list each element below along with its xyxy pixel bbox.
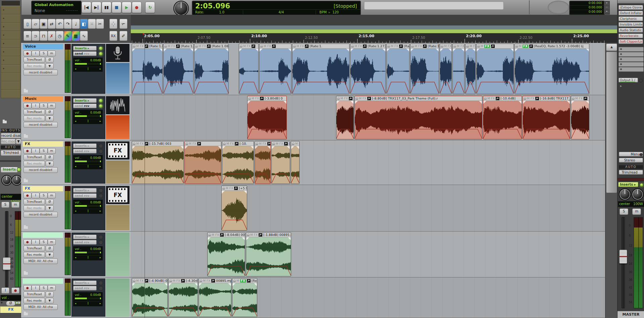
crossfade-icon[interactable]: ✂ [96,19,104,29]
clip-mute-flag[interactable]: M [226,187,228,190]
automation-mode-button[interactable]: Trim/Read [23,154,45,160]
clip-mute-flag[interactable]: M [264,45,266,48]
clip-mute-flag[interactable]: M [259,142,262,145]
clip-mute-flag[interactable]: M [276,142,278,145]
clip-header[interactable]: MFX[Rate:1. [164,44,193,49]
fx-empty-slot[interactable] [619,47,644,52]
selection-time-displays[interactable]: 0:00.0000:00.0000:00.000 [569,1,605,15]
clip-header[interactable]: MFX [255,141,270,146]
fade-out-handle[interactable] [159,49,162,52]
ruler-label-minor[interactable]: 2:07.50 [198,36,210,40]
envelope-icon[interactable] [399,45,403,48]
lock-icon[interactable] [387,45,390,48]
clip-header[interactable]: MFX[Rate:1.273] L [351,44,385,49]
clip-mute-flag[interactable]: M [250,233,253,237]
audio-clip[interactable]: MFX [239,44,259,94]
clip-fx-flag[interactable]: FX [140,142,144,145]
master-mute-button[interactable]: m [632,208,641,215]
clip-fx-flag[interactable]: FX [344,97,348,100]
inserts-button[interactable]: Inserts ▸ [73,98,97,103]
envelope-icon[interactable] [181,279,185,282]
pan-strip[interactable]: ◂▸ [75,255,101,259]
routing-icon[interactable]: ✃ [119,19,127,29]
mute-button[interactable]: m [48,148,56,154]
volume-slider[interactable] [75,161,101,162]
clip-fx-flag[interactable]: FX [363,97,366,100]
fade-in-handle[interactable] [440,49,443,52]
audio-clip[interactable]: MFX[Rate:1.04: [132,44,163,94]
lock-icon[interactable] [272,142,275,145]
new-project-icon[interactable]: ▯ [23,19,32,29]
clip-mute-flag[interactable]: M [415,45,417,48]
lock-icon[interactable] [247,234,249,236]
fade-out-handle[interactable] [511,49,514,52]
envelope-icon[interactable] [145,45,148,48]
left-strip-slot[interactable]: ▸ [1,14,20,23]
lock-icon[interactable] [484,97,486,100]
clip-header[interactable]: MFX [239,44,258,49]
envelope-icon[interactable] [235,142,238,145]
envelope-icon[interactable] [584,97,587,100]
volume-slider[interactable] [75,63,101,65]
selection-spinner[interactable]: ▾—▴ [604,1,610,14]
audio-clip[interactable]: MFX [571,96,589,139]
clip-mute-flag[interactable]: M [236,279,239,282]
inserts-led[interactable] [17,168,21,172]
volume-slider[interactable] [75,115,101,117]
master-stereo-button[interactable]: Stereo [619,158,643,163]
track-icon-thumb[interactable] [106,96,129,114]
clip-mute-flag[interactable]: M [199,45,201,48]
envelope-icon[interactable] [197,142,201,145]
fade-in-handle[interactable] [523,101,526,104]
clip-fx-flag[interactable]: FX [579,97,583,100]
track-status-button[interactable]: record disabled [23,122,58,128]
audio-clip[interactable]: MFX[+8. [291,141,300,184]
envelope-icon[interactable] [272,45,276,48]
record-disabled-button[interactable]: record disabl [1,133,21,138]
phase-button[interactable]: Ø [46,246,54,251]
envelope-icon[interactable] [211,279,215,282]
record-arm-button[interactable]: ● [11,288,19,294]
lock-icon[interactable] [200,279,202,282]
lock-icon[interactable] [356,97,358,100]
rec-mode-button[interactable]: Rec mode [23,252,45,258]
left-strip-slot[interactable]: ▸ [1,65,20,73]
arrange-view[interactable]: 2:05.002:07.502:10.002:12.502:15.002:17.… [131,15,617,318]
tcp-track-row[interactable]: Music●ISmTrim/ReadØRec mode▼record disab… [21,95,131,140]
audio-clip[interactable]: MFX[ReaEQ, Rate:1.572 -3.00dB] Ц [515,44,589,94]
mute-button[interactable]: m [48,239,56,245]
fade-out-handle[interactable] [461,49,464,52]
lock-icon[interactable] [133,142,135,145]
lock-icon[interactable] [233,279,235,282]
master-solo-button[interactable]: S [620,208,628,215]
fade-out-handle[interactable] [254,283,257,286]
solo-button[interactable]: S [40,51,48,56]
audio-clip[interactable]: MFX [465,44,476,94]
fx-slot-button[interactable]: Reverberate [619,34,643,38]
fx-slot-button[interactable]: Invisible Limite [619,22,643,27]
scroll-up-button[interactable]: ▲ [606,44,617,51]
output-led[interactable] [639,79,643,82]
color-palette-icon[interactable]: ▦ [72,31,80,41]
envelope-icon[interactable] [176,45,180,48]
ruler-label-minor[interactable]: 2:17.50 [412,36,425,40]
fx-empty-slot[interactable] [619,67,644,72]
fx-slot-button[interactable]: Clariphonic [619,16,643,21]
clip-mute-flag[interactable]: M [252,97,254,100]
clip-fx-flag[interactable]: FX [247,45,251,48]
fade-in-handle[interactable] [466,49,469,52]
lock-icon[interactable] [453,45,456,48]
fade-in-handle[interactable] [336,101,339,104]
automation-mode-button[interactable]: Trim/Read [23,292,45,297]
arrange-lane[interactable]: MFX[-3.80dB] 0MFXMFX[-8.80dB] TRX117_03_… [131,95,617,140]
lock-icon[interactable] [466,45,469,48]
rec-mode-dropdown[interactable]: ▼ [46,205,54,211]
fade-in-handle[interactable] [387,49,390,52]
fade-in-handle[interactable] [255,146,258,149]
audio-clip[interactable]: MFX[Rate:1.27 [410,44,439,94]
audio-clip[interactable]: MFX[Rat [386,44,410,94]
fade-in-handle[interactable] [199,283,202,286]
automation-mode-button[interactable]: Trim/Read [23,246,45,251]
automation-mode-button[interactable]: Trim/Read [23,109,45,115]
envelope-icon[interactable] [252,45,255,48]
